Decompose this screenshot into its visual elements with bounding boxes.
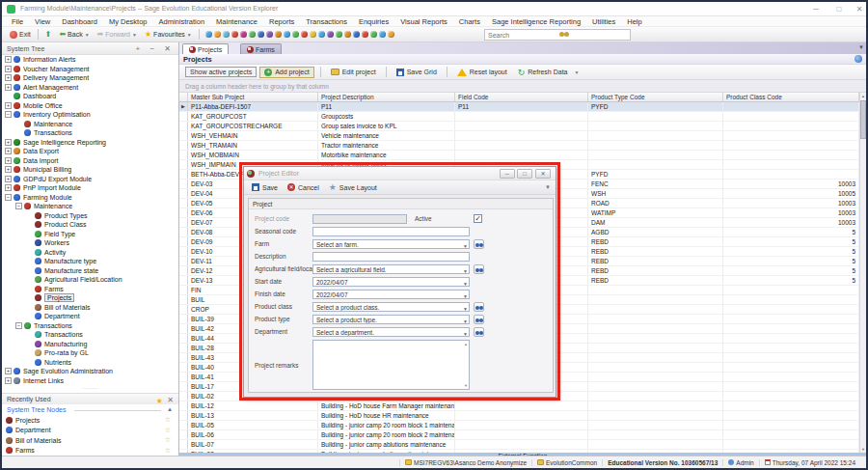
- tree-item-farms[interactable]: Farms: [2, 285, 178, 294]
- app-shortcut-icon[interactable]: [336, 31, 342, 38]
- column-header-field-code[interactable]: Field Code: [455, 93, 588, 101]
- menu-item-file[interactable]: File: [6, 17, 29, 26]
- farm-combo[interactable]: Select an farm.▼: [312, 239, 470, 249]
- add-project-button[interactable]: +Add project: [259, 67, 313, 78]
- collapse-icon[interactable]: −: [15, 203, 22, 209]
- lookup-binoculars-button[interactable]: [474, 239, 484, 249]
- expand-icon[interactable]: +: [5, 157, 12, 164]
- agricultural-field-location-combo[interactable]: Select a agricultural field.▼: [312, 264, 470, 274]
- tab-projects[interactable]: Projects: [182, 43, 229, 54]
- chevron-down-icon[interactable]: ▼: [463, 292, 468, 299]
- tab-overflow-icon[interactable]: ▼: [858, 44, 864, 50]
- refresh-data-button[interactable]: ↻Refresh Data: [514, 68, 572, 77]
- expand-icon[interactable]: +: [5, 56, 12, 63]
- expand-icon[interactable]: +: [5, 377, 12, 384]
- collapse-arrow-icon[interactable]: ▲: [167, 404, 173, 415]
- tree-item-transactions[interactable]: Transactions: [2, 128, 178, 138]
- favourite-star-icon[interactable]: ☆: [165, 416, 171, 424]
- expand-icon[interactable]: +: [5, 148, 12, 154]
- collapse-icon[interactable]: −: [5, 111, 12, 118]
- table-row[interactable]: ▶P11-Abba-DEFI-1507P11P11PYFD: [179, 102, 859, 112]
- vertical-scrollbar[interactable]: ▲ ▼: [859, 93, 866, 453]
- dialog-maximize-button[interactable]: □: [517, 169, 532, 179]
- lookup-binoculars-button[interactable]: [474, 302, 484, 312]
- maximize-button[interactable]: □: [828, 3, 850, 15]
- app-shortcut-icon[interactable]: [205, 31, 212, 38]
- app-shortcut-icon[interactable]: [292, 31, 299, 38]
- up-level-button[interactable]: ⬆: [41, 30, 56, 39]
- table-row[interactable]: BUIL-05Building - junior camp 20 room bl…: [179, 421, 859, 430]
- save-button[interactable]: Save: [252, 183, 278, 191]
- favourites-button[interactable]: ★ Favourites ▼: [141, 30, 196, 39]
- menu-item-administration[interactable]: Administration: [153, 17, 211, 26]
- dialog-minimize-button[interactable]: ─: [500, 169, 515, 179]
- actionbar-overflow-icon[interactable]: ▼: [575, 69, 580, 75]
- back-button[interactable]: ⬅ Back ▼: [55, 30, 93, 39]
- menu-item-maintenance[interactable]: Maintenance: [210, 17, 263, 26]
- forward-button[interactable]: ➡ Forward ▼: [94, 30, 141, 39]
- tree-item-transactions[interactable]: Transactions: [2, 330, 178, 340]
- chevron-down-icon[interactable]: ▼: [463, 330, 468, 337]
- chevron-down-icon[interactable]: ▼: [463, 267, 468, 274]
- tree-item-activity[interactable]: Activity: [2, 248, 178, 258]
- tree-item-farming-module[interactable]: −Farming Module: [2, 193, 178, 203]
- menu-item-transactions[interactable]: Transactions: [300, 17, 353, 26]
- tree-item-workers[interactable]: Workers: [2, 238, 178, 248]
- favourite-star-icon[interactable]: ☆: [165, 427, 171, 434]
- column-header-project-description[interactable]: Project Description: [318, 93, 455, 101]
- tree-item-product-types[interactable]: Product Types: [2, 211, 178, 221]
- tree-item-information-alerts[interactable]: +Information Alerts: [2, 55, 178, 65]
- tree-item-product-class[interactable]: Product Class: [2, 220, 178, 230]
- tree-item-gdpdu-export-module[interactable]: +GDPdU Export Module: [2, 175, 178, 184]
- reset-layout-button[interactable]: Reset layout: [453, 68, 511, 77]
- scroll-thumb[interactable]: [860, 100, 866, 139]
- tree-item-data-import[interactable]: +Data Import: [2, 156, 178, 166]
- app-shortcut-icon[interactable]: [214, 31, 221, 38]
- chevron-down-icon[interactable]: ▼: [463, 318, 468, 324]
- menu-item-sage-intelligence-reporting[interactable]: Sage Intelligence Reporting: [486, 17, 586, 26]
- tree-item-transactions[interactable]: −Transactions: [2, 321, 178, 331]
- tree-item-dashboard[interactable]: Dashboard: [2, 92, 178, 101]
- app-shortcut-icon[interactable]: [249, 31, 256, 38]
- menu-item-dashboard[interactable]: Dashboard: [56, 17, 103, 26]
- finish-date-combo[interactable]: 2022/04/07▼: [312, 290, 470, 299]
- table-row[interactable]: WSH_VEHMAINVehicle maintenance: [179, 131, 859, 141]
- chevron-down-icon[interactable]: ▼: [463, 305, 468, 312]
- column-header-product-class-code[interactable]: Product Class Code: [723, 93, 859, 101]
- scroll-down-icon[interactable]: ▼: [464, 383, 468, 388]
- app-shortcut-icon[interactable]: [318, 31, 325, 38]
- active-checkbox[interactable]: ✓: [474, 214, 482, 223]
- close-button[interactable]: ✕: [849, 3, 866, 15]
- project-code-input[interactable]: [312, 214, 407, 224]
- app-shortcut-icon[interactable]: [284, 31, 290, 38]
- app-shortcut-icon[interactable]: [344, 31, 351, 38]
- tree-item-maintenance[interactable]: Maintenance: [2, 120, 178, 129]
- tree-item-internet-links[interactable]: +Internet Links: [2, 376, 178, 386]
- system-tree-header-buttons[interactable]: + − ✕: [136, 42, 176, 55]
- column-header-product-type-code[interactable]: Product Type Code: [588, 93, 723, 101]
- favourite-star-icon[interactable]: ☆: [165, 447, 171, 455]
- chevron-down-icon[interactable]: ▼: [463, 280, 468, 287]
- tree-item-manufacturing[interactable]: Manufacturing: [2, 340, 178, 349]
- description-input[interactable]: [312, 252, 470, 262]
- lookup-binoculars-button[interactable]: [474, 264, 484, 274]
- panel-info-icon[interactable]: [854, 55, 862, 63]
- tree-item-manufacture-state[interactable]: Manufacture state: [2, 266, 178, 276]
- expand-icon[interactable]: +: [5, 184, 12, 191]
- table-row[interactable]: KAT_GROUPCOSTGroupcosts: [179, 112, 859, 122]
- app-shortcut-icon[interactable]: [275, 31, 282, 38]
- menu-item-reports[interactable]: Reports: [263, 17, 300, 26]
- expand-icon[interactable]: +: [5, 166, 12, 173]
- tree-item-field-type[interactable]: Field Type: [2, 230, 178, 239]
- recently-used-item-projects[interactable]: Projects☆: [2, 415, 178, 426]
- edit-project-button[interactable]: Edit project: [327, 68, 380, 76]
- column-header-master-sub-project[interactable]: Master Sub Project: [188, 93, 318, 101]
- start-date-combo[interactable]: 2022/04/07▼: [312, 277, 470, 287]
- tree-item-sage-evolution-administration[interactable]: +Sage Evolution Administration: [2, 367, 178, 376]
- product-type-combo[interactable]: Select a product type.▼: [312, 315, 470, 324]
- tree-item-data-export[interactable]: +Data Export: [2, 147, 178, 156]
- app-shortcut-icon[interactable]: [240, 31, 247, 38]
- table-row[interactable]: BUIL-13Building - HoD house HR maintenan…: [179, 411, 859, 421]
- table-row[interactable]: KAT_GROUPCOSTRECHARGEGroup sales invoice…: [179, 122, 859, 131]
- scroll-up-icon[interactable]: ▲: [464, 342, 468, 346]
